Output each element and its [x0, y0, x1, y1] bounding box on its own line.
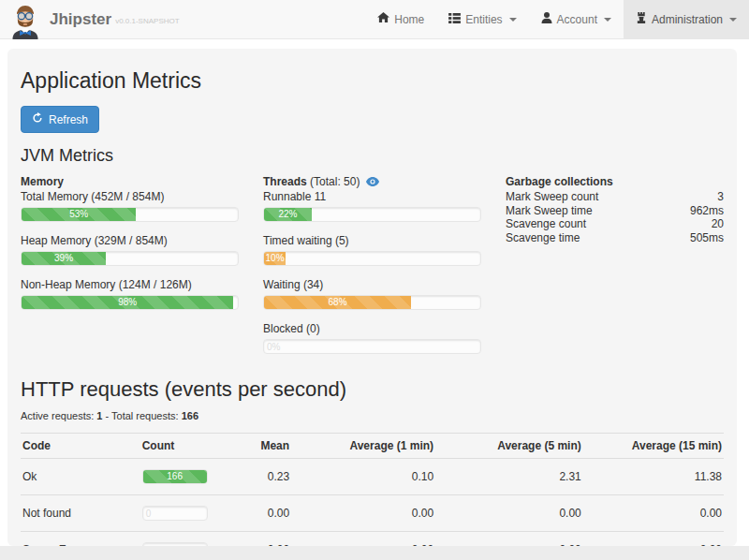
code-cell: Server Error [21, 532, 140, 547]
avg15-cell: 0.00 [583, 495, 724, 532]
nav-item-label: Home [394, 13, 424, 26]
column-header-avg5: Average (5 min) [435, 434, 583, 459]
gc-value: 20 [712, 217, 724, 231]
refresh-icon [32, 112, 43, 126]
blocked-label: Blocked (0) [263, 322, 481, 336]
avg15-cell: 11.38 [583, 459, 724, 495]
avg1-cell: 0.00 [291, 495, 435, 532]
gc-value: 3 [717, 190, 724, 204]
brand-version: v0.0.1-SNAPSHOT [115, 17, 179, 25]
nav-item-account[interactable]: Account [529, 0, 624, 38]
threads-column: Threads (Total: 50) Runnable 11 22% Time… [263, 172, 481, 354]
jhipster-avatar-icon [8, 4, 42, 39]
nav-item-label: Account [557, 13, 597, 26]
table-row-not-found: Not found 0 0.00 0.00 0.00 0.00 [21, 495, 724, 532]
gc-column: Garbage collections Mark Sweep count 3 M… [506, 172, 724, 354]
progress-bar-value: 39% [54, 252, 73, 265]
brand-name: Jhipster [50, 10, 111, 29]
http-requests-table: Code Count Mean Average (1 min) Average … [21, 433, 724, 546]
user-icon [541, 12, 552, 26]
progress-bar-value: 0 [146, 508, 152, 519]
waiting-progress: 68% [263, 295, 481, 310]
nav-menu: Home Entities Account Administration [365, 0, 749, 38]
mean-cell: 0.00 [242, 532, 292, 547]
gc-label: Mark Sweep count [506, 190, 598, 204]
gc-row: Scavenge time 505ms [506, 231, 724, 245]
nonheap-memory-progress: 98% [21, 295, 239, 310]
list-icon [448, 13, 461, 26]
total-requests-label: Total requests: [111, 410, 179, 421]
gc-label: Mark Sweep time [506, 204, 593, 218]
column-header-avg1: Average (1 min) [291, 434, 435, 459]
page-background-band [0, 546, 749, 560]
count-progress: 0 [142, 506, 208, 521]
waiting-label: Waiting (34) [263, 278, 481, 292]
runnable-label: Runnable 11 [263, 190, 481, 204]
gc-title: Garbage collections [506, 175, 724, 189]
nav-item-label: Entities [465, 13, 502, 26]
count-progress: 166 [142, 469, 208, 484]
memory-column: Memory Total Memory (452M / 854M) 53% He… [21, 172, 239, 354]
gc-value: 505ms [690, 231, 724, 245]
table-row-server-error: Server Error 0 0.00 0.00 0.00 0.00 [21, 532, 724, 547]
progress-bar-value: 98% [118, 296, 137, 309]
home-icon [377, 12, 389, 26]
table-row-ok: Ok 166 0.23 0.10 2.31 11.38 [21, 459, 724, 495]
progress-bar-value: 166 [167, 470, 183, 483]
progress-bar-fill: 53% [22, 208, 136, 221]
avg15-cell: 0.00 [583, 532, 724, 547]
requests-summary: Active requests: 1 - Total requests: 166 [21, 410, 724, 421]
eye-icon[interactable] [363, 175, 379, 188]
progress-bar-fill: 68% [264, 296, 411, 309]
brand[interactable]: Jhipster v0.0.1-SNAPSHOT [0, 0, 180, 39]
avg5-cell: 0.00 [435, 495, 583, 532]
nonheap-memory-label: Non-Heap Memory (124M / 126M) [21, 278, 239, 292]
gc-label: Scavenge time [506, 231, 580, 245]
avg5-cell: 2.31 [435, 459, 583, 495]
progress-bar-value: 68% [329, 296, 347, 309]
main-content: Application Metrics Refresh JVM Metrics … [7, 49, 737, 546]
memory-title: Memory [21, 175, 239, 189]
chevron-down-icon [604, 18, 611, 22]
progress-bar-fill: 98% [22, 296, 233, 309]
avg5-cell: 0.00 [435, 532, 583, 547]
refresh-button-label: Refresh [49, 113, 88, 126]
chevron-down-icon [509, 18, 517, 22]
jvm-metrics-title: JVM Metrics [21, 146, 724, 166]
total-memory-progress: 53% [21, 207, 239, 222]
progress-bar-fill: 166 [143, 470, 207, 483]
gc-row: Mark Sweep time 962ms [506, 204, 724, 218]
progress-bar-value: 10% [266, 252, 285, 265]
http-requests-title: HTTP requests (events per second) [21, 377, 724, 402]
blocked-progress: 0% [263, 339, 481, 354]
nav-item-home[interactable]: Home [365, 0, 436, 38]
nav-item-administration[interactable]: Administration [624, 0, 749, 38]
count-cell: 0 [140, 495, 242, 532]
refresh-button[interactable]: Refresh [21, 106, 99, 133]
count-cell: 0 [140, 532, 242, 547]
mean-cell: 0.23 [242, 459, 292, 495]
timed-waiting-progress: 10% [263, 251, 481, 266]
gc-row: Scavenge count 20 [506, 217, 724, 231]
avg1-cell: 0.10 [291, 459, 435, 495]
runnable-progress: 22% [263, 207, 481, 222]
progress-bar-fill: 10% [264, 252, 286, 265]
chevron-down-icon [729, 18, 737, 22]
column-header-avg15: Average (15 min) [583, 434, 724, 459]
total-memory-label: Total Memory (452M / 854M) [21, 190, 239, 204]
avg1-cell: 0.00 [291, 532, 435, 547]
progress-bar-value: 53% [69, 208, 88, 221]
heap-memory-progress: 39% [21, 251, 239, 266]
column-header-code: Code [21, 434, 140, 459]
threads-total-label: (Total: 50) [310, 175, 360, 188]
nav-item-label: Administration [652, 13, 723, 26]
code-cell: Ok [21, 459, 140, 495]
gc-label: Scavenge count [506, 217, 586, 231]
gc-value: 962ms [690, 204, 724, 218]
total-requests-value: 166 [182, 410, 198, 421]
table-header-row: Code Count Mean Average (1 min) Average … [21, 434, 724, 459]
nav-item-entities[interactable]: Entities [436, 0, 528, 38]
tower-icon [636, 12, 647, 26]
progress-bar-fill: 39% [22, 252, 106, 265]
summary-separator: - [106, 410, 110, 421]
